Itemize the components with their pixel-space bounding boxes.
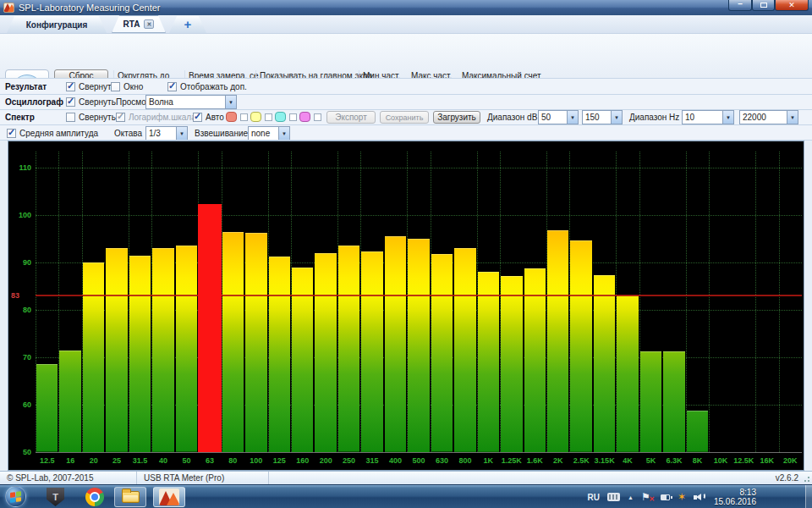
- result-window-label: Окно: [123, 82, 143, 91]
- export-button[interactable]: Экспорт: [326, 111, 376, 124]
- chevron-down-icon[interactable]: [225, 96, 236, 108]
- language-indicator[interactable]: RU: [587, 493, 599, 502]
- octave-value: 1/3: [146, 129, 176, 138]
- spl-lab-icon: [159, 489, 179, 505]
- resize-grip-icon[interactable]: [802, 474, 810, 483]
- avg-amplitude-label: Средняя амплитуда: [19, 129, 98, 138]
- osc-collapse-label: Свернуть: [79, 97, 116, 107]
- show-desktop-button[interactable]: [805, 485, 812, 508]
- range-hz-min-value: 10: [683, 113, 722, 122]
- range-db-label: Диапазон dB: [487, 113, 537, 122]
- trace-magenta-checkbox[interactable]: [314, 113, 321, 121]
- trace-red-checkbox[interactable]: [240, 113, 248, 121]
- maximize-button[interactable]: [752, 0, 775, 11]
- speaker-icon[interactable]: [694, 492, 706, 502]
- save-button[interactable]: Сохранить: [380, 111, 429, 124]
- spectrum-bar: [245, 233, 266, 452]
- result-collapse-checkbox[interactable]: Свернуть: [66, 81, 116, 92]
- clock-date: 15.06.2016: [714, 497, 756, 506]
- spectrum-log-checkbox[interactable]: Логарифм.шкала: [116, 112, 196, 123]
- taskbar: RU ▲ 8:13 15.06.2016: [0, 484, 812, 508]
- trace-color-swatch-magenta[interactable]: [299, 112, 310, 122]
- chevron-down-icon[interactable]: [722, 111, 733, 124]
- spectrum-bar: [222, 232, 244, 452]
- spectrum-bar: [594, 275, 615, 452]
- y-gridline: [36, 168, 802, 168]
- spectrum-auto-checkbox[interactable]: Авто: [193, 112, 224, 123]
- trace-color-swatch-yellow[interactable]: [250, 112, 261, 122]
- export-label: Экспорт: [335, 113, 367, 122]
- close-button[interactable]: [775, 0, 809, 11]
- x-gridline: [686, 152, 687, 452]
- x-axis-line: [36, 452, 802, 453]
- x-gridline: [755, 152, 756, 452]
- chevron-down-icon[interactable]: [278, 127, 289, 140]
- spectrum-bar: [570, 240, 591, 452]
- osc-view-select[interactable]: Волна: [145, 95, 237, 109]
- result-window-checkbox[interactable]: Окно: [111, 81, 143, 92]
- spectrum-bar: [547, 230, 568, 452]
- spectrum-bar-peak: [198, 204, 221, 452]
- taskbar-item-explorer[interactable]: [114, 487, 146, 507]
- spectrum-bar: [617, 295, 638, 452]
- chevron-down-icon[interactable]: [567, 111, 578, 124]
- spectrum-bar: [315, 253, 336, 452]
- trace-color-swatch-cyan[interactable]: [275, 112, 286, 122]
- weighting-value: none: [249, 129, 278, 138]
- spectrum-bar: [152, 248, 173, 452]
- tab-configuration-label: Конфигурация: [26, 20, 88, 30]
- statusbar-copyright: © SPL-Lab, 2007-2015: [0, 472, 137, 484]
- tab-configuration[interactable]: Конфигурация: [7, 16, 107, 33]
- range-hz-min-select[interactable]: 10: [682, 110, 734, 124]
- osc-collapse-checkbox[interactable]: Свернуть: [66, 97, 116, 108]
- result-extra-checkbox[interactable]: Отображать доп.: [167, 81, 247, 92]
- title-bar: SPL-Laboratory Measuring Center: [0, 0, 812, 15]
- weighting-select[interactable]: none: [248, 126, 290, 141]
- tab-bar: Конфигурация RTA: [0, 15, 812, 34]
- hidden-icons-chevron-icon[interactable]: ▲: [628, 494, 634, 500]
- spectrum-bar: [663, 351, 684, 452]
- load-label: Загрузить: [437, 113, 476, 122]
- checkbox-icon: [66, 97, 75, 107]
- chevron-down-icon[interactable]: [787, 111, 798, 124]
- y-axis-tick-label: 60: [8, 400, 31, 409]
- tab-rta[interactable]: RTA: [112, 15, 166, 33]
- x-gridline: [709, 152, 710, 452]
- taskbar-item-spl-lab[interactable]: [153, 487, 185, 507]
- checkbox-icon: [193, 113, 202, 122]
- trace-color-swatch-red[interactable]: [226, 112, 237, 122]
- status-bar: © SPL-Lab, 2007-2015 USB RTA Meter (Pro)…: [0, 471, 812, 484]
- spectrum-bar: [687, 411, 708, 452]
- checkbox-icon: [116, 113, 125, 122]
- trace-yellow-checkbox[interactable]: [265, 113, 272, 121]
- battery-icon[interactable]: [661, 494, 670, 500]
- range-hz-max-select[interactable]: 22000: [739, 110, 798, 124]
- start-button[interactable]: [5, 486, 26, 507]
- spectrum-bar: [59, 351, 80, 452]
- clock[interactable]: 8:13 15.06.2016: [714, 488, 756, 506]
- spectrum-bar: [640, 351, 661, 452]
- octave-select[interactable]: 1/3: [145, 126, 188, 141]
- action-center-flag-icon[interactable]: [641, 492, 653, 503]
- load-button[interactable]: Загрузить: [433, 111, 480, 124]
- folder-icon: [122, 491, 140, 503]
- keyboard-icon[interactable]: [607, 493, 620, 501]
- avg-amplitude-checkbox[interactable]: Средняя амплитуда: [7, 128, 98, 139]
- tray-app-icon[interactable]: [678, 491, 686, 503]
- range-db-max-select[interactable]: 150: [582, 110, 623, 124]
- taskbar-item-chrome-icon[interactable]: [85, 488, 104, 506]
- chevron-down-icon[interactable]: [176, 127, 187, 140]
- minimize-button[interactable]: [728, 0, 752, 11]
- spectrum-bar: [431, 254, 453, 452]
- tab-close-icon[interactable]: [144, 19, 154, 29]
- checkbox-icon: [167, 82, 177, 91]
- y-axis-tick-label: 70: [8, 353, 31, 362]
- spectrum-bar: [106, 248, 127, 452]
- range-db-min-select[interactable]: 50: [538, 110, 579, 124]
- statusbar-version: v2.6.2: [776, 473, 802, 483]
- taskbar-item-wot-icon[interactable]: [47, 488, 64, 506]
- chevron-down-icon[interactable]: [611, 111, 622, 124]
- add-tab-button[interactable]: [169, 16, 206, 33]
- trace-cyan-checkbox[interactable]: [289, 113, 297, 121]
- spectrum-collapse-checkbox[interactable]: Свернуть: [66, 112, 116, 123]
